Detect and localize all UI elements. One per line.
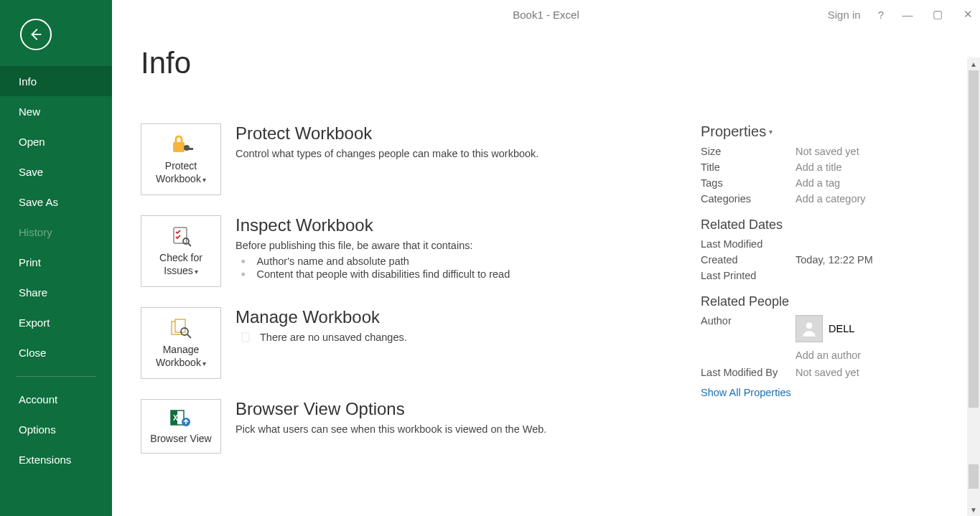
section-browser-view: X Browser View Browser View Options Pick…	[141, 399, 701, 454]
nav-label: New	[19, 105, 40, 118]
lock-key-icon	[169, 133, 193, 155]
nav-new[interactable]: New	[0, 96, 112, 126]
tile-text: Workbook	[156, 173, 201, 184]
documents-search-icon	[169, 317, 193, 339]
nav-export[interactable]: Export	[0, 307, 112, 337]
nav-open[interactable]: Open	[0, 126, 112, 156]
nav-save-as[interactable]: Save As	[0, 187, 112, 217]
nav-separator	[16, 376, 96, 377]
nav-save[interactable]: Save	[0, 156, 112, 187]
sign-in-link[interactable]: Sign in	[828, 9, 861, 21]
prop-label-size: Size	[701, 146, 795, 157]
inspect-bullet: Content that people with disabilities fi…	[235, 268, 701, 280]
info-panel: Info ProtectWorkbook▾ Protect Workbook C…	[112, 29, 967, 516]
author-name: DELL	[829, 323, 854, 334]
nav-account[interactable]: Account	[0, 384, 112, 414]
properties-dropdown[interactable]: Properties▾	[701, 123, 959, 140]
manage-title: Manage Workbook	[235, 307, 701, 327]
add-author-link[interactable]: Add an author	[795, 350, 861, 361]
scroll-down-button[interactable]: ▼	[967, 503, 980, 516]
checklist-search-icon	[170, 225, 192, 247]
page-title: Info	[141, 46, 967, 80]
prop-label-author: Author	[701, 315, 795, 327]
nav-label: Save	[19, 166, 43, 178]
browser-view-options-button[interactable]: X Browser View	[141, 399, 221, 454]
svg-rect-10	[242, 333, 249, 342]
browser-view-title: Browser View Options	[235, 399, 701, 419]
protect-workbook-button[interactable]: ProtectWorkbook▾	[141, 123, 221, 195]
nav-history: History	[0, 217, 112, 247]
back-button[interactable]	[20, 19, 52, 50]
maximize-button[interactable]: ▢	[931, 8, 944, 21]
tile-text: Browser View	[150, 433, 211, 444]
prop-value-size: Not saved yet	[795, 146, 859, 157]
svg-rect-7	[175, 319, 185, 332]
section-inspect: Check forIssues▾ Inspect Workbook Before…	[141, 215, 701, 287]
minimize-button[interactable]: —	[901, 9, 914, 21]
nav-close[interactable]: Close	[0, 337, 112, 367]
prop-label-tags: Tags	[701, 177, 795, 189]
prop-value-last-modified-by: Not saved yet	[795, 367, 859, 378]
nav-label: Close	[19, 347, 46, 359]
prop-label-created: Created	[701, 254, 795, 266]
nav-label: Open	[19, 136, 45, 148]
show-all-properties-link[interactable]: Show All Properties	[701, 387, 959, 398]
scroll-track[interactable]	[967, 70, 980, 503]
nav-extensions[interactable]: Extensions	[0, 444, 112, 474]
manage-workbook-button[interactable]: ManageWorkbook▾	[141, 307, 221, 379]
help-button[interactable]: ?	[878, 9, 884, 21]
document-icon	[240, 332, 251, 343]
nav-label: Export	[19, 316, 50, 329]
avatar-icon	[795, 315, 823, 342]
backstage-sidebar: Info New Open Save Save As History Print…	[0, 0, 112, 516]
protect-title: Protect Workbook	[235, 123, 701, 144]
related-dates-header: Related Dates	[701, 217, 959, 233]
related-people-header: Related People	[701, 294, 959, 309]
prop-value-tags[interactable]: Add a tag	[795, 177, 840, 189]
title-bar: Book1 - Excel Sign in ? — ▢ ✕	[112, 0, 980, 29]
nav-print[interactable]: Print	[0, 247, 112, 277]
nav-info[interactable]: Info	[0, 66, 112, 96]
excel-upload-icon: X	[169, 408, 193, 428]
scroll-up-button[interactable]: ▲	[967, 57, 980, 70]
tile-text: Protect	[165, 160, 197, 172]
scroll-thumb[interactable]	[969, 70, 979, 408]
svg-line-9	[187, 334, 191, 338]
svg-rect-0	[173, 142, 185, 152]
scroll-thumb[interactable]	[969, 464, 979, 489]
arrow-left-icon	[28, 27, 44, 42]
tile-text: Workbook	[156, 357, 201, 368]
nav-share[interactable]: Share	[0, 277, 112, 307]
prop-label-title: Title	[701, 161, 795, 173]
svg-point-15	[806, 322, 813, 329]
manage-desc: There are no unsaved changes.	[260, 332, 407, 343]
nav-options[interactable]: Options	[0, 414, 112, 444]
svg-text:X: X	[173, 414, 178, 422]
window-title: Book1 - Excel	[513, 9, 579, 21]
prop-value-categories[interactable]: Add a category	[795, 193, 866, 205]
prop-label-categories: Categories	[701, 193, 795, 205]
nav-label: Options	[19, 423, 56, 436]
tile-text: Check for	[159, 252, 202, 263]
tile-text: Issues	[164, 265, 192, 276]
nav-label: History	[19, 226, 52, 238]
prop-label-last-printed: Last Printed	[701, 270, 795, 281]
properties-header-text: Properties	[701, 123, 766, 140]
vertical-scrollbar[interactable]: ▲ ▼	[967, 57, 980, 516]
close-window-button[interactable]: ✕	[961, 8, 974, 21]
nav-label: Extensions	[19, 454, 71, 466]
prop-value-title[interactable]: Add a title	[795, 161, 842, 173]
check-for-issues-button[interactable]: Check forIssues▾	[141, 215, 221, 287]
prop-value-created: Today, 12:22 PM	[795, 254, 873, 266]
nav-label: Info	[19, 75, 37, 88]
browser-view-desc: Pick what users can see when this workbo…	[235, 423, 701, 435]
nav-label: Print	[19, 256, 41, 268]
prop-label-last-modified: Last Modified	[701, 238, 795, 250]
nav-label: Account	[19, 393, 57, 405]
inspect-title: Inspect Workbook	[235, 215, 701, 235]
svg-line-5	[188, 243, 191, 246]
inspect-bullet: Author's name and absolute path	[235, 255, 701, 267]
author-entry[interactable]: DELL	[795, 315, 861, 342]
inspect-desc: Before publishing this file, be aware th…	[235, 240, 701, 251]
nav-label: Share	[19, 286, 47, 299]
